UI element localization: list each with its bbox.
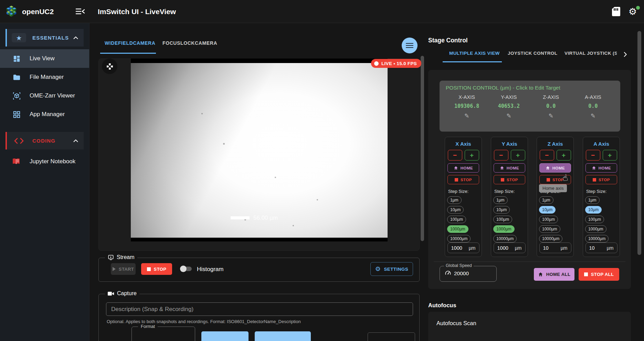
chip-10um[interactable]: 10µm [585, 206, 602, 214]
y-step-input[interactable] [497, 245, 513, 251]
z-step-input[interactable] [543, 245, 558, 251]
tabs-scroll-right-icon[interactable] [621, 51, 629, 58]
chip-100um[interactable]: 100µm [493, 216, 512, 223]
chip-10000um[interactable]: 10000µm [585, 235, 609, 242]
live-status-badge: LIVE • 15.0 FPS [371, 59, 421, 68]
sidebar-item-jupyter-notebook[interactable]: Jupyter Notebook [0, 152, 89, 171]
panel-scrollbar[interactable] [637, 31, 641, 255]
viewer-menu-button[interactable] [402, 38, 418, 53]
autofocus-scan-card[interactable]: Autofocus Scan [428, 312, 631, 341]
tab-focuslockcamera[interactable]: FOCUSLOCKCAMERA [162, 40, 217, 46]
a-minus-button[interactable]: − [586, 150, 600, 161]
chip-1um[interactable]: 1µm [447, 196, 462, 204]
chip-10000um[interactable]: 10000µm [447, 235, 471, 242]
a-home-button[interactable]: HOME [585, 163, 617, 173]
home-icon [538, 272, 543, 277]
y-home-button[interactable]: HOME [494, 163, 525, 173]
stream-settings-button[interactable]: ⚙ SETTINGS [370, 262, 413, 276]
z-minus-button[interactable]: − [540, 150, 554, 161]
tab-multiple-axis-view[interactable]: MULTIPLE AXIS VIEW [449, 51, 500, 56]
tab-widefieldcamera[interactable]: WIDEFIELDCAMERA [105, 40, 155, 46]
a-step-input[interactable] [589, 245, 604, 251]
description-input[interactable] [106, 302, 413, 316]
settings-gear-icon[interactable]: ⚙ [629, 7, 639, 17]
chevron-up-icon [73, 140, 78, 142]
axis-card-x: X Axis − + HOME STOP Step Size: 1µm 10µm… [445, 137, 482, 257]
axis-title: Y Axis [502, 141, 517, 147]
star-icon: ★ [12, 33, 26, 42]
chip-10um[interactable]: 10µm [493, 206, 510, 214]
zarr-cube-icon [12, 92, 21, 100]
position-control-title: POSITION CONTROL (µm) - Click to Edit Ta… [446, 85, 614, 91]
step-size-label: Step Size: [586, 189, 606, 194]
chip-1000um[interactable]: 1000µm [447, 225, 468, 233]
sd-card-icon[interactable] [612, 7, 620, 16]
tab-joystick-control[interactable]: JOYSTICK CONTROL [508, 51, 557, 56]
active-tab-indicator [100, 53, 156, 54]
home-axis-tooltip: Home axis [539, 184, 567, 192]
y-minus-button[interactable]: − [494, 150, 508, 161]
global-speed-field[interactable]: Global Speed 20000 [440, 266, 497, 282]
live-camera-image[interactable]: 56.00 µm [131, 59, 388, 241]
x-plus-button[interactable]: + [465, 150, 479, 161]
chip-100um[interactable]: 100µm [585, 216, 604, 223]
chip-1000um[interactable]: 1000µm [585, 225, 606, 233]
video-camera-icon [108, 291, 114, 296]
chip-1000um[interactable]: 1000µm [539, 225, 560, 233]
chip-100um[interactable]: 100µm [539, 216, 558, 223]
x-stop-button[interactable]: STOP [447, 175, 479, 184]
code-icon [12, 138, 26, 144]
z-home-button[interactable]: HOME [539, 163, 571, 173]
axis-title: X Axis [455, 141, 471, 147]
pan-move-button[interactable] [102, 59, 117, 74]
pos-col-label: Y-AXIS [488, 94, 530, 100]
a-plus-button[interactable]: + [603, 150, 617, 161]
capture-secondary-button[interactable] [368, 332, 415, 341]
chip-1um[interactable]: 1µm [539, 196, 553, 204]
chip-10000um[interactable]: 10000µm [493, 235, 517, 242]
sidebar-item-ome-zarr-viewer[interactable]: OME-Zarr Viewer [0, 86, 89, 105]
stage-control-title: Stage Control [428, 37, 468, 44]
x-minus-button[interactable]: − [448, 150, 462, 161]
x-step-input[interactable] [451, 245, 466, 251]
z-plus-button[interactable]: + [557, 150, 571, 161]
home-all-button[interactable]: HOME ALL [534, 268, 574, 281]
sidebar-item-live-view[interactable]: Live View [0, 49, 89, 68]
edit-target-z-icon[interactable]: ✎ [549, 112, 553, 119]
brand: openUC2 [5, 0, 54, 23]
sidebar-section-essentials[interactable]: ★ ESSENTIALS [6, 29, 84, 46]
capture-action-button-1[interactable] [201, 331, 249, 341]
start-button[interactable]: START [111, 263, 136, 275]
axis-title: A Axis [593, 141, 609, 147]
a-stop-button[interactable]: STOP [585, 175, 617, 184]
y-step-input-box: µm [494, 242, 526, 253]
x-home-button[interactable]: HOME [447, 163, 479, 173]
y-plus-button[interactable]: + [511, 150, 525, 161]
histogram-toggle[interactable] [180, 266, 193, 272]
sidebar-collapse-icon[interactable] [75, 7, 85, 16]
edit-target-y-icon[interactable]: ✎ [506, 112, 511, 119]
sidebar-item-file-manager[interactable]: File Manager [0, 68, 89, 86]
y-stop-button[interactable]: STOP [494, 175, 525, 184]
chip-10um[interactable]: 10µm [539, 206, 556, 214]
chip-1000um[interactable]: 1000µm [493, 225, 515, 233]
stop-button[interactable]: STOP [141, 263, 172, 275]
chip-1um[interactable]: 1µm [493, 196, 508, 204]
capture-action-button-2[interactable] [255, 331, 311, 341]
tab-virtual-joystick[interactable]: VIRTUAL JOYSTICK (SPI [564, 51, 617, 56]
chip-10um[interactable]: 10µm [447, 206, 464, 214]
edit-target-a-icon[interactable]: ✎ [591, 112, 595, 119]
position-control-panel[interactable]: POSITION CONTROL (µm) - Click to Edit Ta… [440, 81, 620, 132]
autofocus-title: Autofocus [428, 302, 456, 309]
chip-1um[interactable]: 1µm [585, 196, 600, 204]
format-select[interactable]: Format [131, 327, 195, 341]
step-size-label: Step Size: [494, 189, 515, 194]
stop-all-button[interactable]: STOP ALL [579, 268, 619, 281]
chip-100um[interactable]: 100µm [447, 216, 466, 223]
main-scrollbar[interactable] [421, 56, 424, 241]
step-size-chips: 1µm 10µm 100µm 1000µm 10000µm [539, 196, 571, 242]
sidebar-item-app-manager[interactable]: App Manager [0, 105, 89, 124]
sidebar-section-coding[interactable]: CODING [6, 132, 84, 149]
chip-10000um[interactable]: 10000µm [539, 235, 562, 242]
edit-target-x-icon[interactable]: ✎ [464, 112, 469, 119]
